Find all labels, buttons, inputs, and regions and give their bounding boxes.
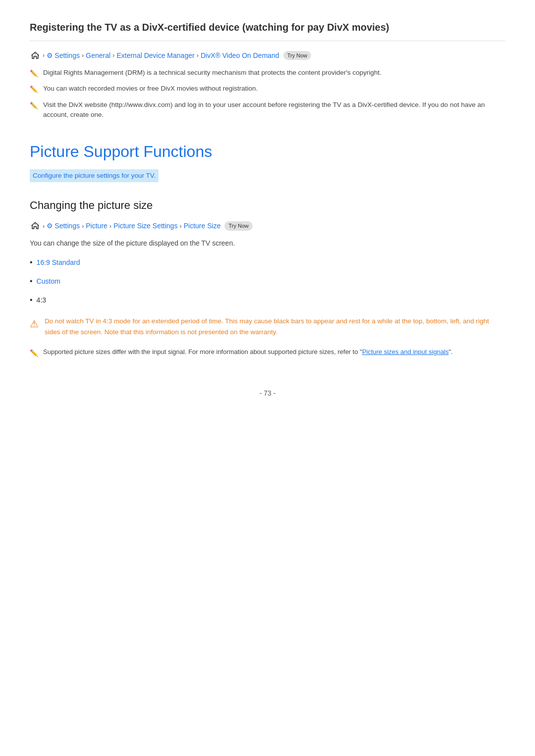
nav-arrow-1: › [43,50,45,60]
svg-point-0 [35,53,36,54]
list-item-43-label: 4:3 [37,295,46,305]
try-now-badge-2[interactable]: Try Now [224,221,253,231]
section-picture-support: Picture Support Functions Configure the … [30,140,505,197]
nav-divx-video[interactable]: DivX® Video On Demand [201,50,279,61]
list-item-169: 16:9 Standard [30,256,505,268]
list-item-custom-label: Custom [37,276,60,287]
note-item-3: ✏️ Visit the DivX website (http://www.di… [30,100,505,120]
pencil-icon-1: ✏️ [30,69,38,79]
note-item-2: ✏️ You can watch recorded movies or free… [30,84,505,95]
nav-arrow-4: › [197,50,199,60]
pencil-icon-3: ✏️ [30,101,38,111]
list-item-custom: Custom [30,275,505,287]
note-text-1: Digital Rights Management (DRM) is a tec… [43,68,381,78]
list-item-169-label: 16:9 Standard [37,257,80,268]
warning-icon: ⚠ [30,316,39,331]
nav-arrow-p4: › [179,221,181,231]
home-icon-2 [30,220,41,231]
picture-support-title: Picture Support Functions [30,140,505,163]
picture-sizes-link[interactable]: Picture sizes and input signals [362,348,449,355]
gear-icon-2: ⚙ [47,221,53,231]
nav-arrow-p1: › [43,221,45,231]
picture-size-list: 16:9 Standard Custom 4:3 [30,256,505,306]
pencil-icon-4: ✏️ [30,348,38,358]
nav-arrow-2: › [82,50,84,60]
section-picture-size: Changing the picture size › ⚙ Settings ›… [30,197,505,358]
list-item-43: 4:3 [30,294,505,306]
note-text-2: You can watch recorded movies or free Di… [43,84,258,94]
gear-icon: ⚙ [47,50,53,61]
nav-path-divx: › ⚙ Settings › General › External Device… [30,50,505,61]
nav-arrow-p3: › [109,221,111,231]
try-now-badge-1[interactable]: Try Now [283,51,312,60]
nav-picture[interactable]: Picture [86,221,107,231]
nav-path-picture: › ⚙ Settings › Picture › Picture Size Se… [30,220,505,231]
home-icon [30,50,41,61]
nav-picture-size-settings[interactable]: Picture Size Settings [113,221,177,231]
picture-size-body: You can change the size of the picture d… [30,238,505,249]
picture-size-title: Changing the picture size [30,197,505,213]
note-item-1: ✏️ Digital Rights Management (DRM) is a … [30,68,505,79]
pencil-icon-2: ✏️ [30,85,38,95]
page-number: - 73 - [30,388,505,399]
note-text-3: Visit the DivX website (http://www.divx.… [43,100,505,120]
picture-note: ✏️ Supported picture sizes differ with t… [30,347,505,358]
nav-arrow-p2: › [82,221,84,231]
configure-text: Configure the picture settings for your … [30,169,159,182]
svg-point-1 [35,224,36,225]
nav-general[interactable]: General [86,50,110,61]
picture-note-text: Supported picture sizes differ with the … [43,347,453,357]
warning-text: Do not watch TV in 4:3 mode for an exten… [45,316,505,337]
section-divx: Registering the TV as a DivX-certified d… [30,20,505,120]
nav-picture-size[interactable]: Picture Size [184,221,221,231]
nav-settings-2: ⚙ Settings [47,221,80,231]
warning-box: ⚠ Do not watch TV in 4:3 mode for an ext… [30,316,505,337]
nav-external-device-manager[interactable]: External Device Manager [116,50,194,61]
section-divx-title: Registering the TV as a DivX-certified d… [30,20,505,41]
nav-arrow-3: › [112,50,114,60]
nav-settings: ⚙ Settings [47,50,80,61]
